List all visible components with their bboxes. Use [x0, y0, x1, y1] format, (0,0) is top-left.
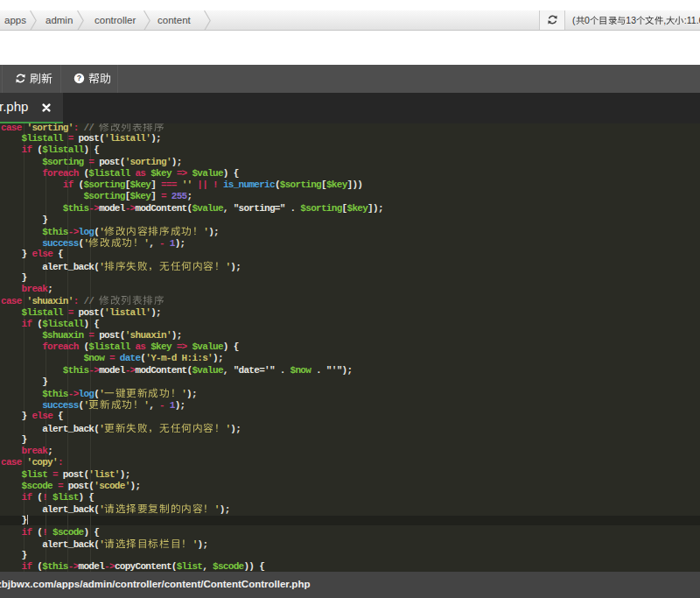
- svg-text:?: ?: [77, 74, 81, 82]
